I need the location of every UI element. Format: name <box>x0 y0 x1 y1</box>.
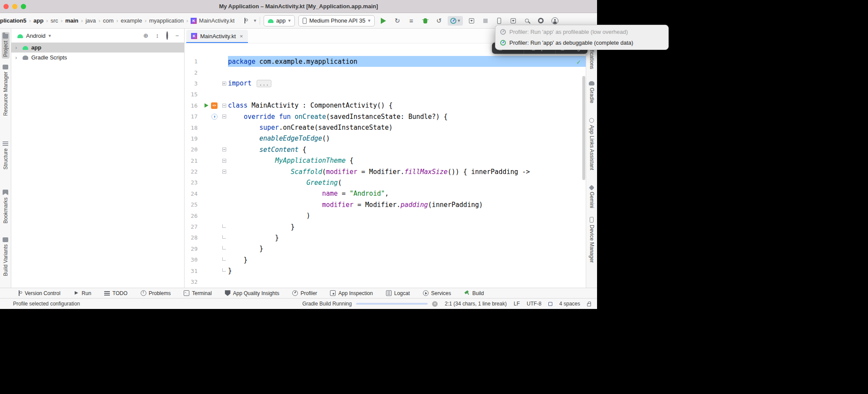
tool-window-button-problems[interactable]: Problems <box>141 290 171 296</box>
code-text[interactable]: } <box>228 254 586 265</box>
tool-window-button-device-manager[interactable]: Device Manager <box>588 215 596 264</box>
fold-minus-icon[interactable] <box>222 148 226 151</box>
fold-minus-icon[interactable] <box>222 159 226 163</box>
fold-plus-icon[interactable]: + <box>222 82 226 85</box>
profiler-button[interactable]: ▾ <box>448 16 463 26</box>
tree-item-app[interactable]: ›app <box>11 43 184 53</box>
code-text[interactable]: Greeting( <box>228 177 586 188</box>
device-select[interactable]: Medium Phone API 35 ▾ <box>298 15 375 26</box>
expand-chevron-icon[interactable]: › <box>15 54 20 61</box>
breadcrumb-item-main[interactable]: main <box>65 17 78 24</box>
code-text[interactable] <box>228 276 586 287</box>
code-line-16[interactable]: 16<>class MainActivity : ComponentActivi… <box>185 100 586 111</box>
code-text[interactable]: import ... <box>228 78 586 89</box>
tool-window-button-version-control[interactable]: Version Control <box>17 290 60 296</box>
breadcrumb-item-example[interactable]: example <box>121 17 142 24</box>
code-line-32[interactable]: 32 <box>185 276 586 287</box>
fold-column[interactable] <box>220 100 228 111</box>
tool-window-button-logcat[interactable]: Logcat <box>386 290 410 296</box>
breadcrumb-item-myapplication[interactable]: myapplication <box>149 17 184 24</box>
tool-window-button-todo[interactable]: TODO <box>104 290 127 296</box>
fold-column[interactable] <box>220 111 228 122</box>
breadcrumb-item-src[interactable]: src <box>51 17 58 24</box>
cancel-build-icon[interactable]: × <box>432 301 438 307</box>
code-line-23[interactable]: 23 Greeting( <box>185 177 586 188</box>
fold-column[interactable] <box>220 254 228 265</box>
code-text[interactable]: } <box>228 232 586 243</box>
code-text[interactable]: ) <box>228 210 586 221</box>
indent-widget[interactable]: 4 spaces <box>559 301 580 307</box>
locate-file-button[interactable]: ⊕ <box>143 32 149 39</box>
vcs-chevron-down-icon[interactable]: ▾ <box>254 18 256 23</box>
code-text[interactable]: modifier = Modifier.padding(innerPadding… <box>228 199 586 210</box>
fold-column[interactable] <box>220 265 228 276</box>
vcs-widget-button[interactable] <box>240 16 250 26</box>
settings-button[interactable] <box>536 16 546 26</box>
breadcrumb-item-mainactivity-kt[interactable]: MainActivity.kt <box>199 17 234 24</box>
code-line-1[interactable]: 1package com.example.myapplication <box>185 56 586 67</box>
fold-minus-icon[interactable] <box>222 170 226 174</box>
apply-code-changes-button[interactable]: ↺ <box>434 16 444 26</box>
compose-preview-gutter-icon[interactable]: <> <box>211 102 218 109</box>
code-line-20[interactable]: 20 setContent { <box>185 144 586 155</box>
tool-window-button-services[interactable]: Services <box>423 290 451 296</box>
run-gutter-icon[interactable] <box>205 103 208 108</box>
tool-window-button-bookmarks[interactable]: Bookmarks <box>2 188 10 225</box>
code-text[interactable]: } <box>228 243 586 254</box>
expand-chevron-icon[interactable]: › <box>15 44 20 51</box>
code-line-17[interactable]: 17↑ override fun onCreate(savedInstanceS… <box>185 111 586 122</box>
popup-item-profileable[interactable]: Profiler: Run 'app' as profileable (low … <box>497 26 667 37</box>
tool-window-button-app-quality-insights[interactable]: App Quality Insights <box>225 290 280 296</box>
code-text[interactable]: } <box>228 265 586 276</box>
search-everywhere-button[interactable] <box>522 16 532 26</box>
tool-window-button-terminal[interactable]: Terminal <box>184 290 211 296</box>
sdk-manager-button[interactable] <box>508 16 518 26</box>
code-text[interactable]: } <box>228 221 586 232</box>
editor-scrollbar[interactable] <box>582 76 585 180</box>
code-line-28[interactable]: 28 } <box>185 232 586 243</box>
code-line-25[interactable]: 25 modifier = Modifier.padding(innerPadd… <box>185 199 586 210</box>
code-line-29[interactable]: 29 } <box>185 243 586 254</box>
code-line-31[interactable]: 31} <box>185 265 586 276</box>
fold-end-icon[interactable] <box>222 257 226 261</box>
expand-collapse-button[interactable]: ↕ <box>156 32 159 39</box>
popup-item-debuggable[interactable]: Profiler: Run 'app' as debuggable (compl… <box>497 37 667 48</box>
code-text[interactable]: name = "Android", <box>228 188 586 199</box>
inspections-check-icon[interactable]: ✓ <box>577 58 581 66</box>
code-line-21[interactable]: 21 MyApplicationTheme { <box>185 155 586 166</box>
account-button[interactable] <box>550 16 560 26</box>
fold-column[interactable] <box>220 243 228 254</box>
code-line-26[interactable]: 26 ) <box>185 210 586 221</box>
breadcrumb-item-com[interactable]: com <box>103 17 114 24</box>
indent-style-icon[interactable] <box>548 302 552 306</box>
editor-tab-mainactivity[interactable]: K MainActivity.kt × <box>186 30 248 43</box>
code-text[interactable]: enableEdgeToEdge() <box>228 133 586 144</box>
fold-minus-icon[interactable] <box>222 104 226 108</box>
device-manager-button[interactable] <box>494 16 505 26</box>
tool-window-button-run[interactable]: Run <box>73 290 91 296</box>
rerun-button[interactable]: ↻ <box>392 16 403 26</box>
fold-end-icon[interactable] <box>222 224 226 228</box>
code-text[interactable]: super.onCreate(savedInstanceState) <box>228 122 586 133</box>
panel-options-button[interactable] <box>166 32 168 39</box>
run-configuration-select[interactable]: app ▾ <box>264 15 295 26</box>
tool-window-button-app-links-assistant[interactable]: App Links Assistant <box>588 116 596 172</box>
fold-column[interactable] <box>220 144 228 155</box>
encoding-widget[interactable]: UTF-8 <box>527 301 541 307</box>
breadcrumb-item-plication5[interactable]: plication5 <box>0 17 26 24</box>
fold-column[interactable] <box>220 221 228 232</box>
tool-window-button-build[interactable]: Build <box>464 290 484 296</box>
chevron-down-icon[interactable]: ▾ <box>49 33 51 39</box>
close-tab-icon[interactable]: × <box>240 33 243 39</box>
tool-window-button-project[interactable]: Project <box>2 32 10 59</box>
code-line-19[interactable]: 19 enableEdgeToEdge() <box>185 133 586 144</box>
tool-window-button-gradle[interactable]: Gradle <box>588 79 596 105</box>
code-line-27[interactable]: 27 } <box>185 221 586 232</box>
tree-item-gradle-scripts[interactable]: ›Gradle Scripts <box>11 53 184 62</box>
code-text[interactable]: package com.example.myapplication <box>228 56 586 67</box>
project-view-mode[interactable]: Android <box>26 33 46 39</box>
fold-end-icon[interactable] <box>222 246 226 250</box>
tool-window-button-gemini[interactable]: Gemini <box>588 184 596 210</box>
fold-column[interactable] <box>220 232 228 243</box>
tool-window-button-resource-manager[interactable]: Resource Manager <box>2 63 10 118</box>
